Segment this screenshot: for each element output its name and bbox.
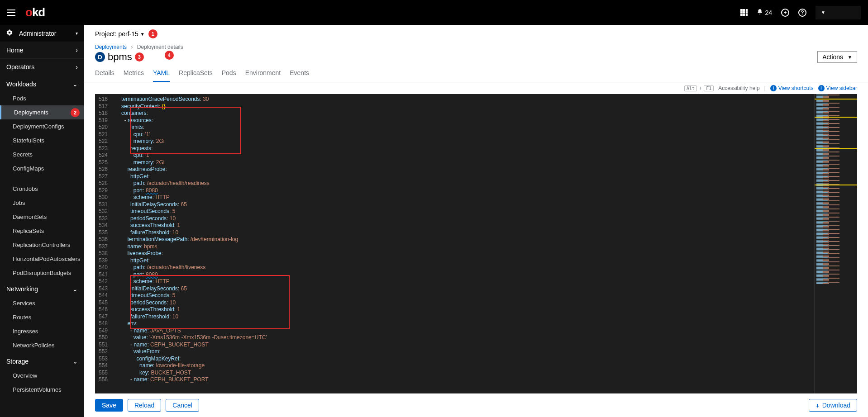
view-sidebar-link[interactable]: i View sidebar [818,85,857,91]
info-icon: i [770,85,777,91]
yaml-editor[interactable]: 5165175185195205215225235245255265275285… [95,94,857,393]
sidebar-item[interactable]: Services [13,296,84,310]
tab-pods[interactable]: Pods [222,69,236,82]
nav-label: Home [6,47,23,54]
page-title: bpms [108,51,132,63]
download-label: Download [822,402,850,409]
callout-3: 3 [135,52,144,62]
sidebar-item[interactable]: Routes [13,310,84,324]
tab-environment[interactable]: Environment [245,69,281,82]
bell-icon [757,9,763,16]
tab-metrics[interactable]: Metrics [124,69,144,82]
sidebar-item[interactable]: Ingresses [13,324,84,338]
sidebar-item[interactable]: PersistentVolumes [13,383,84,397]
sidebar-item[interactable]: ReplicationControllers [13,238,84,252]
sidebar-item[interactable]: NetworkPolicies [13,338,84,352]
sidebar-item[interactable]: Deployments2 [0,105,84,119]
sidebar-item[interactable]: Jobs [13,196,84,210]
actions-label: Actions [822,53,843,61]
sidebar-item[interactable]: CronJobs [13,182,84,196]
sidebar-item[interactable]: StatefulSets [13,133,84,147]
save-button[interactable]: Save [95,399,123,412]
header-right: 24 + ? ▼ [740,6,861,19]
separator: | [764,85,766,91]
sidebar-item[interactable]: PodDisruptionBudgets [13,266,84,280]
caret-down-icon: ⌄ [72,358,78,365]
user-menu[interactable]: ▼ [816,6,861,19]
sidebar: Administrator ▾ Home › Operators › Workl… [0,25,84,417]
project-value: perf-15 [118,30,138,38]
reload-button[interactable]: Reload [128,399,161,412]
sidebar-item[interactable]: ConfigMaps [13,161,84,175]
nav-label: Storage [6,358,29,365]
top-header: okd 24 + ? ▼ [0,0,868,25]
nav-operators[interactable]: Operators › [0,58,84,75]
sidebar-item[interactable]: Pods [13,91,84,105]
resource-badge: D [95,52,105,62]
tab-details[interactable]: Details [95,69,114,82]
link-text: View sidebar [826,85,857,91]
breadcrumb-separator: › [131,44,133,50]
gear-icon [6,29,13,37]
sidebar-item[interactable]: DaemonSets [13,210,84,224]
chevron-right-icon: › [76,47,78,54]
notifications-button[interactable]: 24 [757,9,772,16]
app-launcher-icon[interactable] [740,9,748,16]
breadcrumb-current: Deployment details [137,44,183,50]
minimap[interactable] [814,94,857,393]
app-logo[interactable]: okd [25,5,45,19]
logo-kd: kd [32,5,45,19]
hamburger-menu[interactable] [7,7,18,18]
help-button[interactable]: ? [798,9,806,17]
code-area[interactable]: terminationGracePeriodSeconds: 30 securi… [112,94,857,393]
breadcrumb-parent[interactable]: Deployments [95,44,127,50]
nav-workloads[interactable]: Workloads ⌄ [0,75,84,91]
nav-label: Workloads [6,81,36,88]
caret-down-icon: ▼ [821,10,825,15]
view-shortcuts-link[interactable]: i View shortcuts [770,85,814,91]
tab-events[interactable]: Events [290,69,309,82]
line-gutter: 5165175185195205215225235245255265275285… [95,94,112,393]
project-dropdown[interactable]: perf-15 ▼ [118,30,144,38]
accessibility-help-text: Accessibility help [718,85,759,91]
callout-1: 1 [148,29,157,38]
nav-home[interactable]: Home › [0,42,84,58]
caret-down-icon: ▼ [848,55,852,60]
download-button[interactable]: Download [809,399,857,412]
actions-dropdown[interactable]: Actions ▼ [817,51,857,63]
sidebar-item[interactable]: DeploymentConfigs [13,119,84,133]
sidebar-item[interactable]: HorizontalPodAutoscalers [13,252,84,266]
chevron-right-icon: › [76,63,78,71]
footer-buttons: Save Reload Cancel Download [84,393,868,417]
perspective-label: Administrator [19,30,56,37]
caret-down-icon: ⌄ [72,285,78,293]
caret-down-icon: ▼ [140,32,145,37]
sidebar-item[interactable]: Overview [13,369,84,383]
perspective-switcher[interactable]: Administrator ▾ [0,25,84,42]
key-f1: F1 [704,85,714,91]
key-alt: Alt [684,85,697,91]
notification-count: 24 [765,9,772,16]
nav-storage[interactable]: Storage ⌄ [0,352,84,369]
cancel-button[interactable]: Cancel [166,399,199,412]
callout-4: 4 [165,51,174,60]
tab-replicasets[interactable]: ReplicaSets [179,69,213,82]
nav-label: Networking [6,285,38,293]
tab-yaml[interactable]: YAML [153,69,170,82]
main-content: Project: perf-15 ▼ 1 Deployments › Deplo… [84,25,868,417]
title-row: D bpms 3 4 Actions ▼ [84,50,868,63]
caret-down-icon: ⌄ [72,81,78,88]
plus-text: + [699,85,702,91]
download-icon [816,402,820,409]
project-label: Project: [95,30,116,38]
sidebar-item[interactable]: ReplicaSets [13,224,84,238]
tabs: DetailsMetricsYAMLReplicaSetsPodsEnviron… [84,63,868,82]
sidebar-item[interactable]: Secrets [13,147,84,161]
nav-networking[interactable]: Networking ⌄ [0,280,84,296]
add-button[interactable]: + [781,9,789,17]
nav-label: Operators [6,63,34,71]
breadcrumb: Deployments › Deployment details [84,43,868,50]
caret-down-icon: ▾ [76,31,78,36]
callout-2: 2 [71,108,80,117]
accessibility-bar: Alt + F1 Accessibility help | i View sho… [84,82,868,94]
